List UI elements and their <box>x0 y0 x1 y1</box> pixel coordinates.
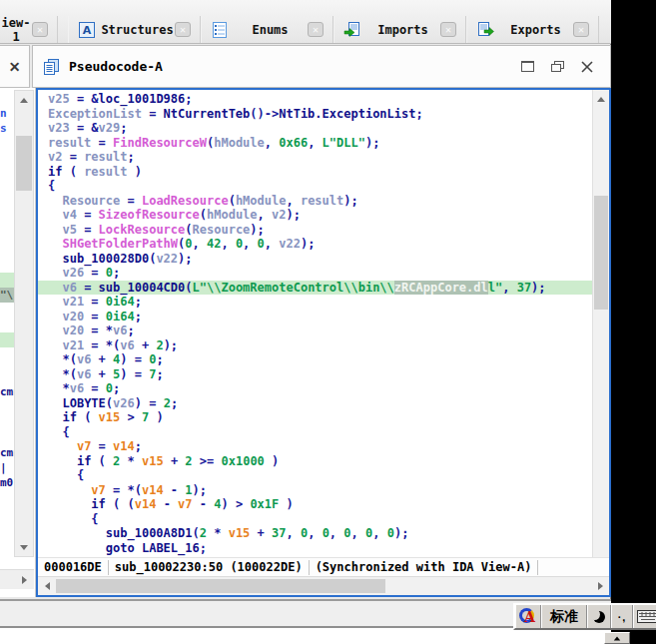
left-panel-fragment: | <box>0 460 14 475</box>
code-line[interactable]: v23 = &v29; <box>38 121 592 136</box>
tab-close-icon[interactable]: ✕ <box>175 22 191 37</box>
left-panel-fragment: "\ <box>0 288 14 303</box>
keyboard-icon <box>637 610 656 623</box>
tab-close-icon[interactable]: ✕ <box>308 22 324 37</box>
code-line[interactable]: v2 = result; <box>38 150 592 165</box>
code-line[interactable]: v21 = 0i64; <box>38 295 592 310</box>
scroll-up-icon[interactable] <box>15 93 33 107</box>
code-line[interactable]: SHGetFolderPathW(0, 42, 0, 0, v22); <box>38 237 592 252</box>
exports-icon <box>476 21 494 39</box>
left-panel-fragment <box>0 332 14 347</box>
tab-close-icon[interactable]: ✕ <box>573 22 589 37</box>
scrollbar-thumb[interactable] <box>594 196 608 310</box>
pseudocode-panel: v25 = &loc_1001D986;ExceptionList = NtCu… <box>36 88 611 597</box>
left-panel-vertical-scrollbar[interactable] <box>14 90 34 557</box>
code-line[interactable]: if ( (v14 - v7 - 4) > 0x1F ) <box>38 497 592 512</box>
svg-text:A: A <box>83 24 92 37</box>
scrollbar-thumb[interactable] <box>56 579 385 593</box>
pseudocode-titlebar[interactable]: Pseudocode-A <box>32 45 611 88</box>
tab-label: iew-1 <box>0 16 32 44</box>
scroll-down-icon[interactable] <box>15 540 33 554</box>
code-view[interactable]: v25 = &loc_1001D986;ExceptionList = NtCu… <box>38 90 609 557</box>
code-line[interactable]: v6 = sub_10004CD0(L"\\ZoomRemoteControl\… <box>38 281 592 296</box>
code-line[interactable]: v7 = *(v14 - 1); <box>38 483 592 498</box>
left-panel-horizontal-scrollbar[interactable] <box>0 569 34 589</box>
tab-structures[interactable]: A Structures ✕ <box>68 16 201 43</box>
left-panel-fragment: s <box>0 121 14 136</box>
screen: iew-1 ✕ A Structures ✕ Enums ✕ <box>0 0 656 644</box>
tab-ida-view-1[interactable]: iew-1 ✕ <box>0 16 58 43</box>
ime-halfwidth-button[interactable] <box>587 605 611 628</box>
code-line[interactable]: if ( 2 * v15 + 2 >= 0x1000 ) <box>38 454 592 469</box>
tab-close-icon[interactable]: ✕ <box>32 22 48 37</box>
code-line[interactable]: v4 = SizeofResource(hModule, v2); <box>38 208 592 223</box>
left-panel-fragment <box>0 273 14 288</box>
vertical-scrollbar[interactable] <box>592 90 609 557</box>
horizontal-scrollbar[interactable] <box>38 576 609 595</box>
structures-icon: A <box>78 21 96 39</box>
restore-button[interactable] <box>544 56 570 78</box>
code-line[interactable]: sub_1000A8D1(2 * v15 + 37, 0, 0, 0, 0, 0… <box>38 526 592 541</box>
code-line[interactable]: v20 = *v6; <box>38 323 592 338</box>
scroll-right-icon[interactable] <box>593 579 607 593</box>
ime-collapse-button[interactable] <box>604 632 630 644</box>
window-title: Pseudocode-A <box>69 59 510 74</box>
code-line[interactable]: { <box>38 468 592 483</box>
pseudocode-icon <box>43 58 61 76</box>
left-panel-fragment: cmn <box>0 445 14 460</box>
scroll-right-icon[interactable] <box>16 573 32 587</box>
code-line[interactable]: v21 = *(v6 + 2); <box>38 338 592 353</box>
code-line[interactable]: { <box>38 179 592 194</box>
tab-label: Structures <box>100 23 175 37</box>
code-line[interactable]: ExceptionList = NtCurrentTeb()->NtTib.Ex… <box>38 107 592 122</box>
tab-close-icon[interactable]: ✕ <box>440 22 456 37</box>
enums-icon <box>211 21 229 39</box>
tab-label: Enums <box>233 23 308 37</box>
code-line[interactable]: result = FindResourceW(hModule, 0x66, L"… <box>38 136 592 151</box>
tab-exports[interactable]: Exports ✕ <box>466 16 599 43</box>
code-line[interactable]: LOBYTE(v26) = 2; <box>38 396 592 411</box>
code-line[interactable]: *(v6 + 4) = 0; <box>38 352 592 367</box>
scroll-up-icon[interactable] <box>593 92 609 106</box>
code-lines: v25 = &loc_1001D986;ExceptionList = NtCu… <box>38 92 592 557</box>
left-panel-fragments: ns"\cmncmn|m0 <box>0 88 14 557</box>
ida-main-window: iew-1 ✕ A Structures ✕ Enums ✕ <box>0 0 611 644</box>
left-panel: ns"\cmncmn|m0 <box>0 88 36 597</box>
code-line[interactable]: v5 = LockResource(Resource); <box>38 223 592 238</box>
close-button[interactable] <box>574 56 600 78</box>
left-panel-fragment: m0 <box>0 475 14 490</box>
code-line[interactable]: if ( v15 > 7 ) <box>38 410 592 425</box>
status-bar: 000016DE sub_10002230:50 (100022DE) (Syn… <box>38 557 609 576</box>
code-line[interactable]: if ( result ) <box>38 165 592 180</box>
code-line[interactable]: *v6 = 0; <box>38 381 592 396</box>
scroll-left-icon[interactable] <box>40 579 54 593</box>
left-panel-close-icon[interactable]: ✕ <box>9 59 21 75</box>
code-line[interactable]: { <box>38 512 592 527</box>
code-line[interactable]: *(v6 + 5) = 7; <box>38 367 592 382</box>
code-line[interactable]: v25 = &loc_1001D986; <box>38 92 592 107</box>
bottom-white-strip <box>0 628 611 644</box>
tab-bar: iew-1 ✕ A Structures ✕ Enums ✕ <box>0 0 611 44</box>
code-line[interactable]: { <box>38 425 592 440</box>
code-line[interactable]: goto LABEL_16; <box>38 541 592 556</box>
ime-keyboard-button[interactable] <box>633 605 656 628</box>
moon-icon <box>593 611 605 623</box>
code-line[interactable]: v26 = 0; <box>38 266 592 281</box>
scrollbar-thumb[interactable] <box>16 136 32 191</box>
ime-logo-button[interactable]: A <box>515 605 541 628</box>
code-line[interactable]: sub_100028D0(v22); <box>38 252 592 267</box>
code-line[interactable]: Resource = LoadResource(hModule, result)… <box>38 194 592 209</box>
ime-punctuation-button[interactable]: ·, <box>611 605 633 628</box>
ime-toolbar: A 标准 ·, <box>513 603 656 630</box>
tab-enums[interactable]: Enums ✕ <box>201 16 333 43</box>
status-function: sub_10002230:50 (100022DE) <box>109 560 310 575</box>
code-line[interactable]: v20 = 0i64; <box>38 310 592 324</box>
ime-mode-button[interactable]: 标准 <box>541 605 587 628</box>
imports-icon <box>343 21 361 39</box>
status-address: 000016DE <box>38 560 109 575</box>
tab-imports[interactable]: Imports ✕ <box>333 16 466 43</box>
maximize-button[interactable] <box>514 56 540 78</box>
tab-label: Exports <box>498 23 573 37</box>
code-line[interactable]: v7 = v14; <box>38 439 592 454</box>
status-sync: (Synchronized with IDA View-A) <box>310 560 539 575</box>
